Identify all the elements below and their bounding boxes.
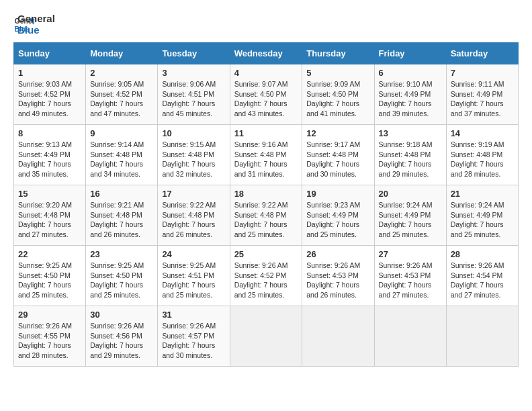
calendar-cell [446,306,518,367]
day-number: 18 [234,189,298,199]
calendar-cell: 5 Sunrise: 9:09 AMSunset: 4:50 PMDayligh… [302,64,374,125]
calendar-cell: 20 Sunrise: 9:24 AMSunset: 4:49 PMDaylig… [374,185,446,246]
day-detail: Sunrise: 9:17 AMSunset: 4:48 PMDaylight:… [306,140,360,178]
calendar-cell: 13 Sunrise: 9:18 AMSunset: 4:48 PMDaylig… [374,125,446,185]
day-detail: Sunrise: 9:24 AMSunset: 4:49 PMDaylight:… [451,201,504,238]
calendar-cell: 26 Sunrise: 9:26 AMSunset: 4:53 PMDaylig… [302,246,374,306]
day-detail: Sunrise: 9:07 AMSunset: 4:50 PMDaylight:… [234,80,288,118]
calendar-cell [302,306,374,367]
calendar-header-row: SundayMondayTuesdayWednesdayThursdayFrid… [14,43,519,64]
day-detail: Sunrise: 9:24 AMSunset: 4:49 PMDaylight:… [379,201,433,238]
day-detail: Sunrise: 9:14 AMSunset: 4:48 PMDaylight:… [90,140,144,178]
day-number: 28 [451,249,514,259]
calendar-cell: 25 Sunrise: 9:26 AMSunset: 4:52 PMDaylig… [230,246,302,306]
calendar-table: SundayMondayTuesdayWednesdayThursdayFrid… [13,42,519,367]
calendar-cell: 15 Sunrise: 9:20 AMSunset: 4:48 PMDaylig… [14,185,86,246]
day-detail: Sunrise: 9:22 AMSunset: 4:48 PMDaylight:… [162,201,216,238]
calendar-cell: 4 Sunrise: 9:07 AMSunset: 4:50 PMDayligh… [230,64,302,125]
day-number: 13 [379,128,442,138]
day-detail: Sunrise: 9:26 AMSunset: 4:54 PMDaylight:… [451,261,504,299]
day-number: 5 [306,68,369,78]
day-number: 16 [90,189,153,199]
day-detail: Sunrise: 9:18 AMSunset: 4:48 PMDaylight:… [379,140,433,178]
calendar-week-row: 15 Sunrise: 9:20 AMSunset: 4:48 PMDaylig… [14,185,519,246]
day-detail: Sunrise: 9:21 AMSunset: 4:48 PMDaylight:… [90,201,144,238]
calendar-cell: 9 Sunrise: 9:14 AMSunset: 4:48 PMDayligh… [86,125,158,185]
calendar-cell: 22 Sunrise: 9:25 AMSunset: 4:50 PMDaylig… [14,246,86,306]
calendar-cell: 30 Sunrise: 9:26 AMSunset: 4:56 PMDaylig… [86,306,158,367]
calendar-cell: 16 Sunrise: 9:21 AMSunset: 4:48 PMDaylig… [86,185,158,246]
day-detail: Sunrise: 9:26 AMSunset: 4:57 PMDaylight:… [162,322,216,359]
calendar-header-wednesday: Wednesday [230,43,302,64]
calendar-week-row: 1 Sunrise: 9:03 AMSunset: 4:52 PMDayligh… [14,64,519,125]
day-number: 2 [90,68,153,78]
day-detail: Sunrise: 9:22 AMSunset: 4:48 PMDaylight:… [234,201,288,238]
logo: General Blue General Blue [13,13,55,36]
day-number: 31 [162,310,225,320]
day-number: 14 [451,128,514,138]
day-detail: Sunrise: 9:11 AMSunset: 4:49 PMDaylight:… [451,80,504,118]
calendar-cell [230,306,302,367]
day-detail: Sunrise: 9:25 AMSunset: 4:50 PMDaylight:… [18,261,72,299]
calendar-cell: 17 Sunrise: 9:22 AMSunset: 4:48 PMDaylig… [158,185,230,246]
calendar-cell: 29 Sunrise: 9:26 AMSunset: 4:55 PMDaylig… [14,306,86,367]
calendar-cell: 2 Sunrise: 9:05 AMSunset: 4:52 PMDayligh… [86,64,158,125]
calendar-cell: 14 Sunrise: 9:19 AMSunset: 4:48 PMDaylig… [446,125,518,185]
calendar-cell: 12 Sunrise: 9:17 AMSunset: 4:48 PMDaylig… [302,125,374,185]
calendar-cell: 31 Sunrise: 9:26 AMSunset: 4:57 PMDaylig… [158,306,230,367]
day-number: 15 [18,189,81,199]
day-detail: Sunrise: 9:09 AMSunset: 4:50 PMDaylight:… [306,80,360,118]
day-detail: Sunrise: 9:26 AMSunset: 4:55 PMDaylight:… [18,322,72,359]
day-number: 7 [451,68,514,78]
calendar-cell: 27 Sunrise: 9:26 AMSunset: 4:53 PMDaylig… [374,246,446,306]
calendar-cell: 19 Sunrise: 9:23 AMSunset: 4:49 PMDaylig… [302,185,374,246]
calendar-cell: 11 Sunrise: 9:16 AMSunset: 4:48 PMDaylig… [230,125,302,185]
day-detail: Sunrise: 9:26 AMSunset: 4:52 PMDaylight:… [234,261,288,299]
day-detail: Sunrise: 9:06 AMSunset: 4:51 PMDaylight:… [162,80,216,118]
calendar-week-row: 29 Sunrise: 9:26 AMSunset: 4:55 PMDaylig… [14,306,519,367]
day-number: 22 [18,249,81,259]
calendar-header-thursday: Thursday [302,43,374,64]
day-number: 21 [451,189,514,199]
day-number: 24 [162,249,225,259]
day-detail: Sunrise: 9:26 AMSunset: 4:53 PMDaylight:… [379,261,433,299]
day-detail: Sunrise: 9:25 AMSunset: 4:50 PMDaylight:… [90,261,144,299]
day-detail: Sunrise: 9:23 AMSunset: 4:49 PMDaylight:… [306,201,360,238]
logo-blue: Blue [17,25,55,36]
calendar-cell: 6 Sunrise: 9:10 AMSunset: 4:49 PMDayligh… [374,64,446,125]
day-detail: Sunrise: 9:19 AMSunset: 4:48 PMDaylight:… [451,140,504,178]
day-number: 6 [379,68,442,78]
day-number: 1 [18,68,81,78]
day-detail: Sunrise: 9:03 AMSunset: 4:52 PMDaylight:… [18,80,72,118]
day-number: 8 [18,128,81,138]
calendar-week-row: 8 Sunrise: 9:13 AMSunset: 4:49 PMDayligh… [14,125,519,185]
logo-general: General [17,13,55,25]
day-detail: Sunrise: 9:26 AMSunset: 4:56 PMDaylight:… [90,322,144,359]
calendar-cell [374,306,446,367]
calendar-cell: 23 Sunrise: 9:25 AMSunset: 4:50 PMDaylig… [86,246,158,306]
page-header: General Blue General Blue [13,13,519,36]
day-detail: Sunrise: 9:26 AMSunset: 4:53 PMDaylight:… [306,261,360,299]
calendar-cell: 1 Sunrise: 9:03 AMSunset: 4:52 PMDayligh… [14,64,86,125]
day-number: 20 [379,189,442,199]
calendar-header-saturday: Saturday [446,43,518,64]
day-number: 30 [90,310,153,320]
calendar-cell: 3 Sunrise: 9:06 AMSunset: 4:51 PMDayligh… [158,64,230,125]
day-number: 23 [90,249,153,259]
day-detail: Sunrise: 9:20 AMSunset: 4:48 PMDaylight:… [18,201,72,238]
day-number: 17 [162,189,225,199]
day-detail: Sunrise: 9:16 AMSunset: 4:48 PMDaylight:… [234,140,288,178]
calendar-cell: 7 Sunrise: 9:11 AMSunset: 4:49 PMDayligh… [446,64,518,125]
calendar-header-monday: Monday [86,43,158,64]
day-number: 10 [162,128,225,138]
day-number: 25 [234,249,298,259]
calendar-cell: 8 Sunrise: 9:13 AMSunset: 4:49 PMDayligh… [14,125,86,185]
day-number: 27 [379,249,442,259]
calendar-header-friday: Friday [374,43,446,64]
day-number: 29 [18,310,81,320]
calendar-cell: 28 Sunrise: 9:26 AMSunset: 4:54 PMDaylig… [446,246,518,306]
day-number: 11 [234,128,298,138]
day-number: 4 [234,68,298,78]
calendar-cell: 24 Sunrise: 9:25 AMSunset: 4:51 PMDaylig… [158,246,230,306]
day-number: 19 [306,189,369,199]
